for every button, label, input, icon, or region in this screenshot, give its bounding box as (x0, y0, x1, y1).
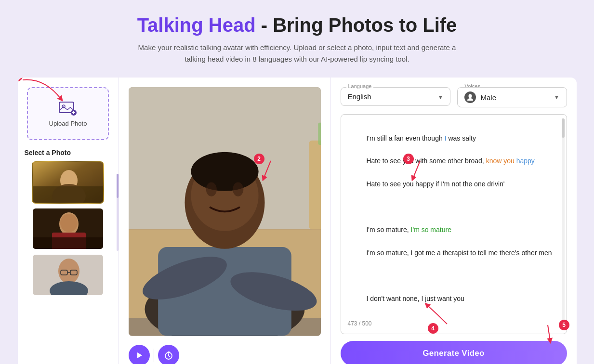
generate-row: 5 Generate Video (341, 334, 567, 364)
header: Talking Head - Bring Photos to Life Make… (133, 14, 461, 65)
main-content: 1 Upload Photo Select a Photo (18, 78, 577, 364)
text-area-scrollbar-thumb[interactable] (562, 118, 565, 138)
svg-line-41 (169, 356, 170, 357)
timer-icon (164, 351, 173, 360)
language-select[interactable]: English (341, 87, 450, 106)
text-highlight-mature1: I'm so mature (411, 226, 451, 234)
svg-point-45 (467, 98, 473, 101)
text-area-container[interactable]: I'm still a fan even though I was salty … (341, 114, 567, 334)
photo-item-mona-lisa[interactable] (32, 161, 104, 204)
svg-rect-36 (309, 141, 320, 229)
person-icon (467, 94, 474, 101)
voices-select[interactable]: Male ▼ (457, 87, 567, 107)
sidebar-scrollbar[interactable] (117, 174, 119, 251)
annotation-badge-3: 3 (403, 154, 414, 164)
svg-point-31 (191, 152, 258, 191)
play-button[interactable] (129, 345, 150, 364)
text-highlight-though: I (445, 134, 447, 142)
voices-selected-value: Male (481, 93, 554, 102)
mona-lisa-preview (33, 162, 104, 204)
svg-point-32 (206, 182, 216, 196)
photo-preview (129, 87, 321, 336)
voices-chevron-icon: ▼ (554, 94, 560, 101)
upload-label: Upload Photo (49, 120, 87, 127)
language-dropdown-group: Language English ▼ (341, 87, 450, 107)
dropdowns-row: Language English ▼ Voices (341, 87, 567, 107)
annotation-badge-5: 5 (559, 320, 569, 330)
title-highlight: Talking Head (137, 14, 256, 36)
voices-dropdown-group: Voices Male ▼ (457, 87, 567, 107)
svg-point-16 (58, 259, 79, 284)
upload-icon (59, 101, 77, 116)
napoleon-preview (33, 208, 104, 250)
svg-point-44 (468, 94, 472, 98)
right-panel: 2 3 Language English (331, 78, 577, 364)
generate-video-button[interactable]: Generate Video (341, 341, 567, 364)
svg-rect-37 (318, 123, 321, 145)
svg-marker-38 (137, 352, 142, 358)
annotation-badge-4: 4 (428, 323, 438, 334)
man-glasses-preview (33, 255, 104, 296)
page-wrapper: Talking Head - Bring Photos to Life Make… (0, 0, 594, 364)
text-content: I'm still a fan even though I was salty … (348, 121, 560, 316)
sidebar: Upload Photo Select a Photo (18, 78, 119, 364)
photo-item-napoleon[interactable] (32, 208, 104, 250)
svg-rect-13 (33, 237, 104, 250)
photo-item-man-glasses[interactable] (32, 254, 104, 296)
center-area (119, 78, 331, 364)
play-icon (135, 351, 143, 359)
timer-button[interactable] (158, 345, 179, 364)
sidebar-scrollbar-thumb[interactable] (117, 174, 119, 198)
text-area-scrollbar[interactable] (562, 118, 565, 330)
char-count: 473 / 500 (348, 320, 560, 327)
select-photo-title: Select a Photo (25, 149, 71, 156)
controls-bar (129, 345, 321, 364)
language-label: Language (346, 83, 374, 89)
preview-image (129, 87, 321, 336)
upload-photo-box[interactable]: Upload Photo (27, 87, 109, 140)
svg-point-33 (233, 182, 243, 196)
photo-list (25, 161, 112, 296)
text-highlight-know: know you (486, 157, 515, 165)
page-subtitle: Make your realistic talking avatar with … (133, 42, 461, 65)
page-title: Talking Head - Bring Photos to Life (133, 14, 461, 36)
annotation-badge-2: 2 (254, 154, 264, 164)
voices-avatar-icon (464, 91, 476, 103)
svg-rect-9 (33, 186, 104, 204)
text-highlight-happy: happy (516, 157, 535, 165)
controls-divider (154, 349, 154, 362)
svg-point-14 (60, 214, 78, 232)
